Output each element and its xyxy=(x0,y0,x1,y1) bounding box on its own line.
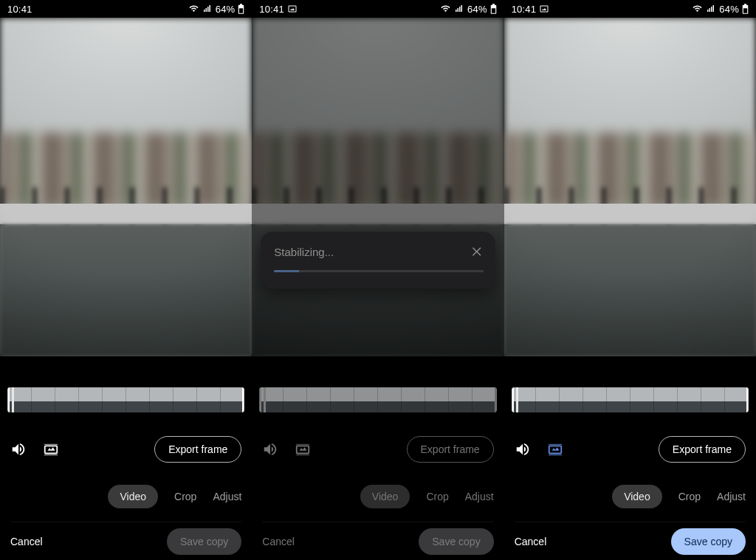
cancel-button[interactable]: Cancel xyxy=(515,536,547,547)
screen-1: 10:41 64% xyxy=(0,0,252,560)
battery-icon xyxy=(490,4,497,14)
scrubber[interactable] xyxy=(12,387,14,412)
wifi-icon xyxy=(188,4,199,13)
progress-bar xyxy=(274,270,483,272)
status-time: 10:41 xyxy=(259,4,284,15)
cell-signal-icon xyxy=(202,4,213,13)
tab-adjust[interactable]: Adjust xyxy=(717,491,746,502)
tab-video: Video xyxy=(360,485,410,508)
cell-signal-icon xyxy=(706,4,716,13)
tab-crop: Crop xyxy=(426,491,448,502)
stabilize-icon[interactable] xyxy=(43,441,59,457)
scrubber xyxy=(264,387,266,412)
edit-tabs: Video Crop Adjust xyxy=(10,482,241,511)
close-icon[interactable] xyxy=(470,245,484,258)
tab-crop[interactable]: Crop xyxy=(174,491,196,502)
cell-signal-icon xyxy=(454,4,464,13)
tab-video[interactable]: Video xyxy=(108,485,158,508)
video-preview[interactable] xyxy=(0,18,252,356)
trim-handle-end[interactable] xyxy=(746,387,749,412)
battery-icon xyxy=(742,4,749,14)
scrubber[interactable] xyxy=(516,387,518,412)
status-battery-text: 64% xyxy=(467,4,487,15)
stabilize-icon[interactable] xyxy=(547,441,563,457)
trim-handle-start[interactable] xyxy=(7,387,10,412)
tab-adjust: Adjust xyxy=(465,491,494,502)
tab-crop[interactable]: Crop xyxy=(678,491,701,502)
status-time: 10:41 xyxy=(7,4,32,15)
cancel-button[interactable]: Cancel xyxy=(262,536,295,547)
stabilizing-dialog: Stabilizing... xyxy=(261,232,495,288)
status-bar: 10:41 64% xyxy=(252,0,504,18)
edit-tabs: Video Crop Adjust xyxy=(262,482,493,511)
save-copy-button[interactable]: Save copy xyxy=(671,528,746,555)
export-frame-button[interactable]: Export frame xyxy=(659,436,746,463)
editor-controls: Export frame Video Crop Adjust Cancel Sa… xyxy=(252,356,504,560)
screen-2: 10:41 64% Stabilizing... xyxy=(252,0,504,560)
status-bar: 10:41 64% xyxy=(0,0,252,18)
export-frame-button[interactable]: Export frame xyxy=(154,436,241,463)
screen-3: 10:41 64% xyxy=(504,0,756,560)
trim-handle-start[interactable] xyxy=(512,387,514,412)
landscape-icon xyxy=(539,4,549,13)
cancel-button[interactable]: Cancel xyxy=(10,536,43,547)
status-battery-text: 64% xyxy=(216,4,236,15)
editor-controls: Export frame Video Crop Adjust Cancel Sa… xyxy=(504,356,756,560)
status-bar: 10:41 64% xyxy=(504,0,756,18)
edit-tabs: Video Crop Adjust xyxy=(515,482,746,511)
tab-adjust[interactable]: Adjust xyxy=(213,491,241,502)
save-copy-button: Save copy xyxy=(419,528,493,555)
trim-handle-start xyxy=(259,387,261,412)
audio-icon xyxy=(262,441,278,457)
landscape-icon xyxy=(287,4,298,13)
battery-icon xyxy=(238,4,244,14)
video-timeline xyxy=(259,387,496,412)
status-battery-text: 64% xyxy=(719,4,739,15)
video-timeline[interactable] xyxy=(7,387,244,412)
audio-icon[interactable] xyxy=(10,441,27,457)
wifi-icon xyxy=(692,4,703,13)
trim-handle-end[interactable] xyxy=(242,387,244,412)
stabilize-icon xyxy=(295,441,311,457)
audio-icon[interactable] xyxy=(515,441,531,457)
progress-fill xyxy=(274,270,299,272)
video-timeline[interactable] xyxy=(512,387,749,412)
save-copy-button: Save copy xyxy=(167,528,241,555)
export-frame-button: Export frame xyxy=(407,436,494,463)
trim-handle-end xyxy=(495,387,497,412)
video-preview[interactable] xyxy=(504,18,756,356)
wifi-icon xyxy=(440,4,451,13)
video-preview: Stabilizing... xyxy=(252,18,504,356)
dialog-title: Stabilizing... xyxy=(274,246,334,258)
tab-video[interactable]: Video xyxy=(612,485,662,508)
status-time: 10:41 xyxy=(512,4,537,15)
editor-controls: Export frame Video Crop Adjust Cancel Sa… xyxy=(0,356,252,560)
